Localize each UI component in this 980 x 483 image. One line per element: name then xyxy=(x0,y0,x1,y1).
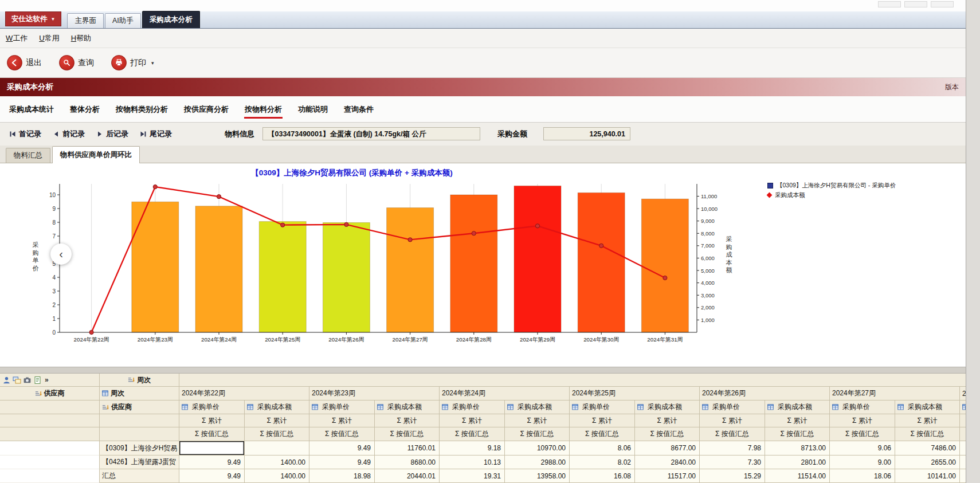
query-button[interactable]: 查询 xyxy=(59,55,94,70)
agg-header[interactable]: Σ 按值汇总 xyxy=(830,427,895,441)
pivot-cell[interactable]: 9.18 xyxy=(440,441,505,455)
agg-header[interactable]: Σ 按值汇总 xyxy=(245,427,309,441)
analysis-tab-4[interactable]: 按供应商分析 xyxy=(176,96,237,123)
pivot-cell[interactable]: 19.31 xyxy=(440,469,505,483)
next-record-button[interactable]: 后记录 xyxy=(91,126,134,142)
pivot-cell[interactable]: 9.49 xyxy=(309,441,375,455)
pivot-cell[interactable]: 18.06 xyxy=(830,469,895,483)
pivot-cell[interactable]: 9.49 xyxy=(179,455,245,469)
agg-header[interactable]: Σ 按值汇总 xyxy=(895,427,960,441)
layout-icon[interactable] xyxy=(13,376,21,384)
agg-header[interactable]: Σ 累计 xyxy=(895,414,960,427)
agg-header[interactable]: Σ 累计 xyxy=(570,414,635,427)
agg-header[interactable]: Σ 按值汇总 xyxy=(960,427,966,441)
measure-header[interactable]: 采购单价 xyxy=(570,400,635,414)
pivot-cell[interactable]: 8677.00 xyxy=(635,441,700,455)
agg-header[interactable]: Σ 按值汇总 xyxy=(505,427,570,441)
brand-menu-button[interactable]: 安仕达软件 ▼ xyxy=(5,11,61,26)
row-label[interactable]: 【0426】上海望露J蛋贸 xyxy=(100,455,179,469)
agg-header[interactable]: Σ 按值汇总 xyxy=(635,427,700,441)
measure-header[interactable]: 采购单价 xyxy=(700,400,765,414)
first-record-button[interactable]: 首记录 xyxy=(3,126,47,142)
pivot-cell[interactable]: 1400.00 xyxy=(245,469,309,483)
agg-header[interactable]: Σ 累计 xyxy=(179,414,245,427)
pivot-cell[interactable] xyxy=(179,441,245,455)
week-header-4[interactable]: 2024年第25周 xyxy=(570,387,700,400)
menu-u[interactable]: U常用 xyxy=(39,34,59,42)
pivot-cell[interactable] xyxy=(245,441,309,455)
camera-icon[interactable] xyxy=(23,376,32,384)
menu-h[interactable]: H帮助 xyxy=(71,34,91,42)
pivot-cell[interactable]: 11760.01 xyxy=(375,441,440,455)
agg-header[interactable]: Σ 累计 xyxy=(700,414,765,427)
analysis-tab-2[interactable]: 整体分析 xyxy=(62,96,108,123)
window-tab-3[interactable]: 采购成本分析 xyxy=(142,11,200,28)
pivot-cell[interactable]: 8.02 xyxy=(570,455,635,469)
pivot-cell[interactable]: 9.00 xyxy=(830,455,895,469)
pivot-cell[interactable]: 10.13 xyxy=(440,455,505,469)
agg-header[interactable]: Σ 累计 xyxy=(960,414,966,427)
measure-header[interactable]: 采购成本额 xyxy=(375,400,440,414)
agg-header[interactable]: Σ 累计 xyxy=(505,414,570,427)
window-tab-2[interactable]: AI助手 xyxy=(105,13,141,28)
pivot-cell[interactable] xyxy=(960,469,966,483)
detail-tab-1[interactable]: 物料汇总 xyxy=(6,148,50,163)
agg-header[interactable]: Σ 按值汇总 xyxy=(179,427,245,441)
agg-header[interactable]: Σ 按值汇总 xyxy=(570,427,635,441)
pivot-cell[interactable] xyxy=(960,455,966,469)
week-header-1[interactable]: 2024年第22周 xyxy=(179,387,309,400)
pivot-cell[interactable]: 2840.00 xyxy=(635,455,700,469)
row-label[interactable]: 【0309】上海徐夕H贸易 xyxy=(100,441,179,455)
analysis-tab-1[interactable]: 采购成本统计 xyxy=(1,96,62,123)
prev-record-button[interactable]: 前记录 xyxy=(47,126,91,142)
agg-header[interactable]: Σ 累计 xyxy=(635,414,700,427)
more-options-chevron[interactable]: » xyxy=(45,376,49,384)
pivot-cell[interactable]: 11517.00 xyxy=(635,469,700,483)
pivot-cell[interactable]: 8713.00 xyxy=(765,441,830,455)
exit-button[interactable]: 退出 xyxy=(7,55,42,70)
agg-header[interactable]: Σ 按值汇总 xyxy=(375,427,440,441)
col-field-header[interactable]: 周次 xyxy=(100,387,179,400)
pivot-cell[interactable]: 16.08 xyxy=(570,469,635,483)
agg-header[interactable]: Σ 按值汇总 xyxy=(309,427,375,441)
agg-header[interactable]: Σ 累计 xyxy=(440,414,505,427)
agg-header[interactable]: Σ 按值汇总 xyxy=(765,427,830,441)
measure-header[interactable]: 采购成本额 xyxy=(505,400,570,414)
close-button[interactable] xyxy=(931,1,954,7)
material-info-field[interactable]: 【033473490001】全蛋液 (自制) 14.75gk/箱 公斤 xyxy=(262,127,480,140)
maximize-button[interactable] xyxy=(904,1,927,7)
agg-header[interactable]: Σ 按值汇总 xyxy=(700,427,765,441)
agg-header[interactable]: Σ 累计 xyxy=(375,414,440,427)
measure-header[interactable]: 采购成本额 xyxy=(635,400,700,414)
agg-header[interactable]: Σ 累计 xyxy=(309,414,375,427)
pivot-cell[interactable]: 2801.00 xyxy=(765,455,830,469)
row-field-header[interactable]: 供应商 xyxy=(100,400,179,414)
row-area-field-chip[interactable]: 供应商 xyxy=(0,387,100,400)
menu-w[interactable]: W工作 xyxy=(6,34,28,42)
window-tab-1[interactable]: 主界面 xyxy=(67,13,104,28)
analysis-tab-5[interactable]: 按物料分析 xyxy=(237,96,290,123)
analysis-tab-3[interactable]: 按物料类别分析 xyxy=(108,96,176,123)
person-icon[interactable] xyxy=(2,376,11,384)
pivot-cell[interactable]: 8680.00 xyxy=(375,455,440,469)
row-label[interactable]: 汇总 xyxy=(100,469,179,483)
measure-header[interactable]: 采购成本额 xyxy=(895,400,960,414)
pivot-cell[interactable]: 7.98 xyxy=(700,441,765,455)
measure-header[interactable]: 采购成本额 xyxy=(765,400,830,414)
pivot-cell[interactable] xyxy=(960,441,966,455)
measure-header[interactable]: 采购成本额 xyxy=(245,400,309,414)
pivot-cell[interactable]: 15.29 xyxy=(700,469,765,483)
week-header-3[interactable]: 2024年第24周 xyxy=(440,387,570,400)
purchase-amount-field[interactable]: 125,940.01 xyxy=(543,127,630,140)
agg-header[interactable]: Σ 按值汇总 xyxy=(440,427,505,441)
pivot-cell[interactable]: 8.06 xyxy=(570,441,635,455)
pivot-cell[interactable]: 9.49 xyxy=(309,455,375,469)
column-field-chip[interactable]: 周次 xyxy=(100,374,179,387)
measure-header[interactable]: 采购单价 xyxy=(830,400,895,414)
analysis-tab-6[interactable]: 功能说明 xyxy=(290,96,336,123)
measure-header[interactable]: 采购单价 xyxy=(960,400,966,414)
pivot-cell[interactable]: 2655.00 xyxy=(895,455,960,469)
minimize-button[interactable] xyxy=(878,1,901,7)
pivot-cell[interactable]: 10141.00 xyxy=(895,469,960,483)
agg-header[interactable]: Σ 累计 xyxy=(245,414,309,427)
